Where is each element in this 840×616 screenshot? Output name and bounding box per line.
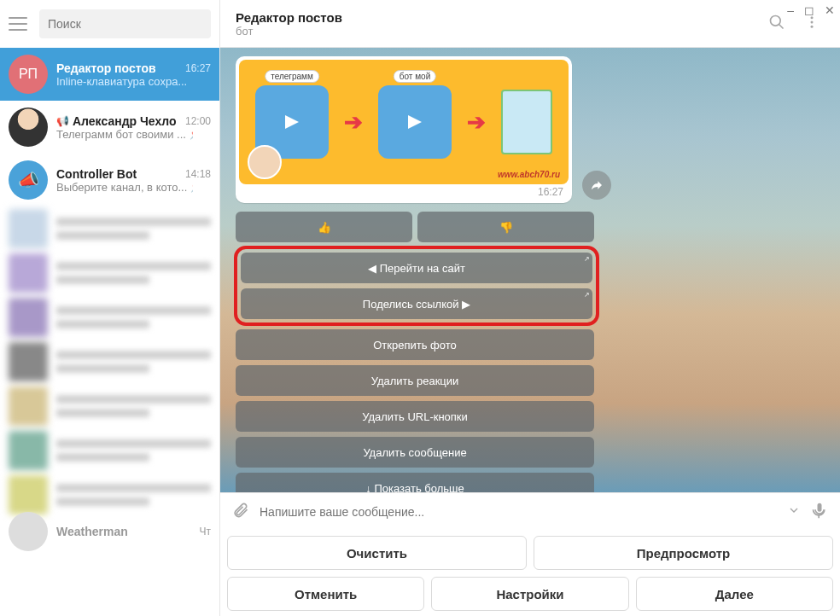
avatar: 📣 — [9, 160, 48, 200]
kb-button-clear[interactable]: Очистить — [227, 536, 527, 570]
chat-list: РП Редактор постов 16:27 Inline-клавиату… — [0, 48, 219, 616]
svg-point-0 — [771, 15, 781, 26]
chat-name: Редактор постов — [56, 61, 156, 75]
share-button[interactable] — [582, 171, 611, 200]
inline-row: ↓ Показать больше — [236, 473, 594, 492]
message-input[interactable] — [260, 505, 777, 519]
svg-line-1 — [779, 24, 784, 28]
chat-time: 12:00 — [185, 115, 211, 127]
megaphone-icon: 📣 — [18, 170, 39, 190]
chat-item-blurred[interactable] — [0, 340, 219, 384]
image-tile-bot: бот мой — [378, 85, 452, 159]
author-avatar — [248, 145, 282, 179]
external-link-icon: ↗ — [584, 255, 590, 263]
chat-item-blurred[interactable] — [0, 384, 219, 428]
svg-point-4 — [811, 25, 814, 27]
pin-icon: 📌 — [190, 128, 193, 140]
image-tile-doc — [501, 90, 552, 154]
chat-item-blurred[interactable] — [0, 295, 219, 340]
message-time: 16:27 — [538, 186, 563, 198]
chat-header-info[interactable]: Редактор постов бот — [236, 10, 755, 38]
reply-keyboard: Очистить Предпросмотр Отменить Настройки… — [220, 531, 840, 616]
kb-button-preview[interactable]: Предпросмотр — [534, 536, 833, 570]
message-image: телеграмм ➔ бот мой ➔ — [239, 60, 569, 184]
search-box[interactable] — [39, 9, 211, 38]
chat-item-blurred[interactable] — [0, 428, 219, 473]
channel-icon: 📢 — [56, 115, 69, 127]
inline-button-share-link[interactable]: Поделись ссылкой ▶ ↗ — [241, 288, 592, 319]
window-max-icon[interactable]: ◻ — [804, 3, 814, 17]
chat-header: Редактор постов бот — [220, 0, 840, 48]
avatar: РП — [9, 55, 48, 94]
kb-button-next[interactable]: Далее — [636, 577, 833, 611]
avatar — [9, 512, 48, 551]
chat-item-blurred[interactable] — [0, 473, 219, 517]
highlighted-inline-group: ◀ Перейти на сайт ↗ Поделись ссылкой ▶ ↗ — [234, 246, 599, 326]
chat-item-blurred[interactable] — [0, 251, 219, 295]
kb-button-settings[interactable]: Настройки — [431, 577, 628, 611]
mic-icon[interactable] — [811, 502, 828, 522]
chat-item-alexander[interactable]: 📢 Александр Чехло... 12:00 Телеграмм бот… — [0, 101, 219, 154]
site-url: www.abch70.ru — [498, 170, 560, 179]
attach-icon[interactable] — [232, 502, 249, 522]
chat-body: телеграмм ➔ бот мой ➔ — [220, 48, 840, 492]
inline-row-reactions: 👍 👎 — [236, 212, 594, 242]
chat-preview: Inline-клавиатура сохра... — [56, 75, 193, 88]
chat-time: Чт — [200, 526, 212, 538]
search-input[interactable] — [48, 17, 202, 31]
inline-row: Удалить URL-кнопки — [236, 401, 594, 432]
menu-icon[interactable] — [9, 17, 27, 31]
chat-time: 16:27 — [185, 62, 211, 74]
chat-header-title: Редактор постов — [236, 10, 755, 25]
expand-icon[interactable] — [787, 503, 801, 520]
svg-point-3 — [811, 20, 814, 23]
chat-name: Weatherman — [56, 525, 128, 538]
inline-button-thumbsup[interactable]: 👍 — [236, 212, 412, 242]
pin-icon: 📌 — [190, 181, 193, 193]
app-root: РП Редактор постов 16:27 Inline-клавиату… — [0, 0, 840, 616]
chat-name: 📢 Александр Чехло... — [56, 114, 176, 128]
message-row: телеграмм ➔ бот мой ➔ — [236, 56, 611, 203]
inline-button-unpin-photo[interactable]: Открепить фото — [236, 329, 594, 360]
inline-button-thumbsdown[interactable]: 👎 — [417, 212, 594, 242]
kb-button-cancel[interactable]: Отменить — [227, 577, 424, 611]
inline-row: Удалить реакции — [236, 365, 594, 396]
main: Редактор постов бот телеграмм — [220, 0, 840, 616]
arrow-icon: ➔ — [467, 109, 486, 136]
chat-preview: Выберите канал, в кото... 📌 — [56, 181, 193, 194]
chat-header-subtitle: бот — [236, 25, 755, 38]
message-bubble[interactable]: телеграмм ➔ бот мой ➔ — [236, 56, 572, 203]
chat-item-weatherman[interactable]: Weatherman Чт — [0, 517, 219, 546]
chat-name: Controller Bot — [56, 167, 137, 181]
external-link-icon: ↗ — [584, 291, 590, 299]
inline-button-show-more[interactable]: ↓ Показать больше — [236, 473, 594, 492]
chat-preview: Телеграмм бот своими ... 📌 — [56, 128, 193, 141]
inline-row: Удалить сообщение — [236, 437, 594, 468]
inline-button-del-message[interactable]: Удалить сообщение — [236, 437, 594, 468]
window-min-icon[interactable]: – — [787, 3, 794, 17]
search-icon[interactable] — [763, 9, 790, 39]
chat-item-editor[interactable]: РП Редактор постов 16:27 Inline-клавиату… — [0, 48, 219, 101]
avatar — [9, 108, 48, 147]
inline-button-del-url[interactable]: Удалить URL-кнопки — [236, 401, 594, 432]
window-controls: – ◻ ✕ — [787, 3, 835, 17]
chat-item-blurred[interactable] — [0, 206, 219, 251]
window-close-icon[interactable]: ✕ — [825, 3, 835, 17]
chat-scroll[interactable]: телеграмм ➔ бот мой ➔ — [220, 48, 840, 492]
sidebar-top — [0, 0, 219, 48]
inline-row: Открепить фото — [236, 329, 594, 360]
chat-item-controller[interactable]: 📣 Controller Bot 14:18 Выберите канал, в… — [0, 154, 219, 206]
sidebar: РП Редактор постов 16:27 Inline-клавиату… — [0, 0, 220, 616]
arrow-icon: ➔ — [344, 109, 363, 136]
inline-button-del-reactions[interactable]: Удалить реакции — [236, 365, 594, 396]
inline-button-goto-site[interactable]: ◀ Перейти на сайт ↗ — [241, 253, 592, 283]
chat-time: 14:18 — [185, 168, 211, 180]
compose-bar — [220, 492, 840, 531]
